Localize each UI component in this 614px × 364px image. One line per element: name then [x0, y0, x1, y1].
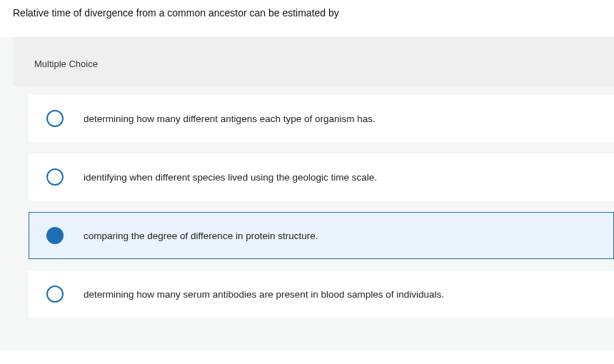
quiz-page: Relative time of divergence from a commo… — [0, 0, 614, 364]
radio-icon-filled — [46, 227, 64, 244]
option-text: comparing the degree of difference in pr… — [84, 231, 318, 241]
radio-icon — [46, 110, 64, 127]
option-2[interactable]: comparing the degree of difference in pr… — [29, 212, 614, 259]
radio-icon — [46, 285, 64, 303]
question-stem: Relative time of divergence from a commo… — [0, 0, 614, 37]
question-type-label: Multiple Choice — [13, 37, 614, 86]
option-text: identifying when different species lived… — [84, 172, 377, 183]
radio-icon — [46, 168, 64, 186]
option-1[interactable]: identifying when different species lived… — [29, 153, 614, 201]
option-0[interactable]: determining how many different antigens … — [29, 95, 614, 142]
option-text: determining how many serum antibodies ar… — [84, 289, 444, 300]
option-text: determining how many different antigens … — [84, 113, 376, 124]
options-list: determining how many different antigens … — [13, 86, 614, 318]
content-area: Multiple Choice determining how many dif… — [0, 37, 614, 350]
option-3[interactable]: determining how many serum antibodies ar… — [29, 271, 614, 318]
